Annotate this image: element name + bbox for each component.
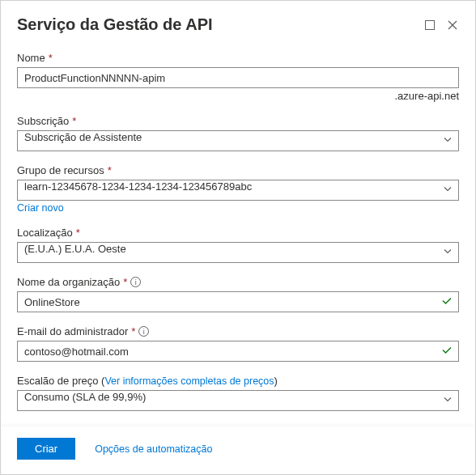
field-name: Nome * .azure-api.net [17, 52, 459, 102]
info-icon[interactable]: i [130, 277, 141, 287]
field-pricing-tier: Escalão de preço (Ver informações comple… [17, 375, 459, 411]
header-actions [423, 19, 459, 32]
panel-footer: Criar Opções de automatização [1, 426, 475, 474]
svg-rect-0 [426, 20, 435, 29]
name-suffix: .azure-api.net [17, 90, 459, 102]
pricing-tier-label: Escalão de preço (Ver informações comple… [17, 375, 459, 387]
required-indicator: * [131, 325, 135, 337]
resource-group-select[interactable]: learn-12345678-1234-1234-1234-123456789a… [17, 180, 459, 201]
panel-title: Serviço da Gestão de API [17, 15, 213, 34]
location-label: Localização * [17, 227, 459, 239]
field-location: Localização * (E.U.A.) E.U.A. Oeste [17, 227, 459, 263]
expand-icon[interactable] [423, 19, 436, 32]
panel-content: Nome * .azure-api.net Subscrição * Subsc… [1, 42, 475, 426]
field-subscription: Subscrição * Subscrição de Assistente [17, 115, 459, 151]
subscription-label: Subscrição * [17, 115, 459, 127]
pricing-tier-select[interactable]: Consumo (SLA de 99,9%) [17, 390, 459, 411]
panel-header: Serviço da Gestão de API [1, 1, 475, 42]
automation-options-link[interactable]: Opções de automatização [95, 443, 212, 455]
field-admin-email: E-mail do administrador * i [17, 325, 459, 362]
required-indicator: * [72, 115, 76, 127]
required-indicator: * [49, 52, 53, 64]
info-icon[interactable]: i [138, 326, 149, 337]
create-button[interactable]: Criar [17, 438, 75, 460]
name-input[interactable] [17, 67, 459, 88]
subscription-select[interactable]: Subscrição de Assistente [17, 130, 459, 151]
required-indicator: * [108, 164, 112, 176]
api-management-panel: Serviço da Gestão de API Nome * .azure-a… [1, 1, 475, 474]
admin-email-label: E-mail do administrador * i [17, 325, 459, 337]
org-name-input[interactable] [17, 291, 459, 312]
required-indicator: * [123, 276, 127, 288]
field-resource-group: Grupo de recursos * learn-12345678-1234-… [17, 164, 459, 214]
resource-group-label: Grupo de recursos * [17, 164, 459, 176]
create-new-link[interactable]: Criar novo [17, 202, 64, 214]
close-icon[interactable] [446, 19, 459, 32]
pricing-info-link[interactable]: Ver informações completas de preços [104, 375, 274, 387]
location-select[interactable]: (E.U.A.) E.U.A. Oeste [17, 242, 459, 263]
admin-email-input[interactable] [17, 341, 459, 362]
org-name-label: Nome da organização * i [17, 276, 459, 288]
name-label: Nome * [17, 52, 459, 64]
required-indicator: * [76, 227, 80, 239]
field-org-name: Nome da organização * i [17, 276, 459, 312]
